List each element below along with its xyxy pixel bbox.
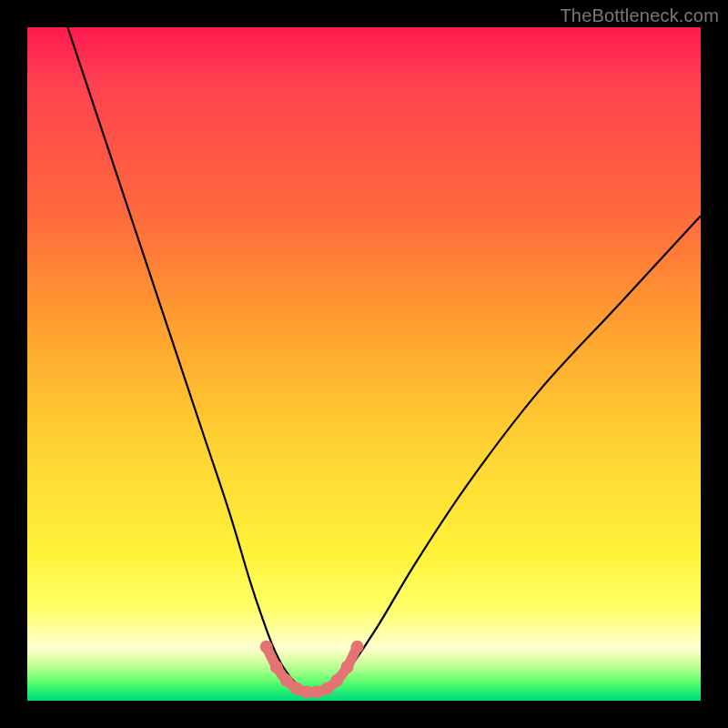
watermark-text: TheBottleneck.com — [560, 5, 719, 26]
highlight-marker — [320, 682, 333, 695]
highlight-marker — [260, 641, 273, 653]
chart-svg — [27, 27, 701, 701]
highlight-marker — [270, 661, 283, 673]
highlight-marker — [341, 661, 354, 673]
highlight-marker — [351, 641, 364, 653]
plot-area — [27, 27, 701, 701]
chart-frame: TheBottleneck.com — [0, 0, 728, 728]
highlight-marker — [280, 674, 293, 687]
bottleneck-curve — [67, 27, 701, 693]
bottom-highlight-dots — [260, 641, 364, 699]
highlight-marker — [330, 674, 343, 687]
